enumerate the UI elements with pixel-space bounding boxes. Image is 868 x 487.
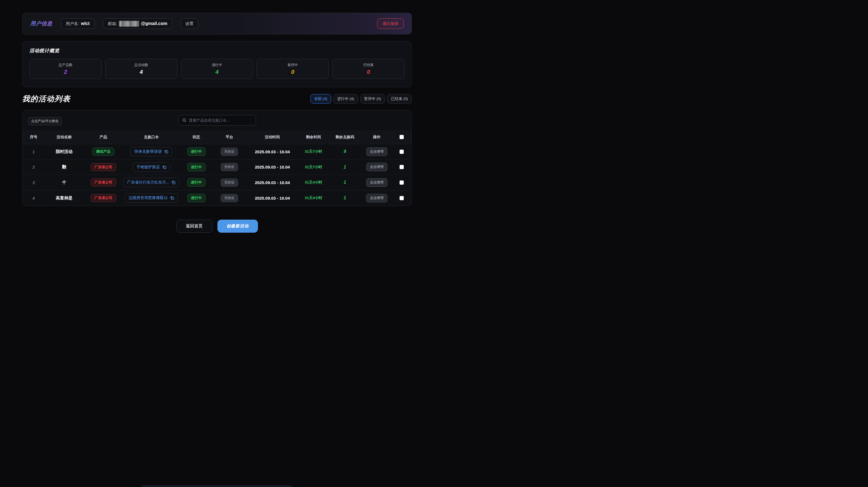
redeem-code-chip[interactable]: 快来兑换呀@@: [130, 147, 172, 156]
copy-icon[interactable]: [172, 180, 176, 184]
footer-actions: 返回首页 创建新活动: [22, 220, 412, 233]
stat-value: 2: [64, 69, 67, 75]
stat-label: 总产品数: [59, 63, 72, 67]
tab-all[interactable]: 全部 (4): [310, 94, 331, 103]
copy-icon[interactable]: [164, 150, 168, 154]
username-label: 用户名:: [66, 21, 79, 26]
page-title: 我的活动列表: [22, 94, 70, 104]
create-activity-button[interactable]: 创建新活动: [217, 220, 258, 233]
tab-paused[interactable]: 暂停中 (0): [361, 94, 385, 103]
list-header: 我的活动列表 全部 (4) 进行中 (4) 暂停中 (0) 已结束 (0): [22, 93, 412, 104]
col-actions: 操作: [373, 135, 381, 140]
manage-button[interactable]: 点击管理: [366, 147, 388, 156]
settings-button[interactable]: 设置: [181, 18, 198, 29]
user-info-title: 用户信息: [30, 20, 53, 27]
remaining-codes-count: 1: [344, 195, 346, 201]
copy-icon[interactable]: [162, 165, 166, 169]
product-badge[interactable]: 广东省公司: [91, 194, 116, 202]
redeem-code-text: 干啥饭护肤店: [136, 165, 160, 170]
remaining-time: 31天4小时: [305, 180, 322, 185]
table-row: 2 翻 广东省公司 干啥饭护肤店 进行中 无特定 2025.09.03 - 10…: [23, 160, 411, 175]
stat-card-paused: 暂停中 0: [256, 59, 329, 79]
activity-name: 个: [62, 180, 66, 185]
remaining-time: 31天7小时: [305, 165, 322, 170]
stat-label: 进行中: [212, 63, 222, 67]
stat-value: 0: [367, 69, 370, 75]
stat-card-total-products: 总产品数 2: [29, 59, 102, 79]
manage-button[interactable]: 点击管理: [366, 194, 388, 203]
user-info-bar: 用户信息 用户名: wlct 邮箱: @gmail.com 设置 退出登录: [22, 13, 412, 34]
table-row: 3 个 广东省公司 广东省分行东方红东方... 进行中 无特定 2025.09.…: [23, 175, 411, 190]
activity-name: 高富帅是: [56, 195, 72, 201]
table-controls: 点击产品/平台聚焦: [23, 110, 411, 130]
email-domain: @gmail.com: [141, 21, 167, 26]
username-value: wlct: [81, 21, 90, 26]
product-badge[interactable]: 广东省公司: [91, 163, 116, 171]
table-header-row: 序号 活动名称 产品 兑换口令 状态 平台 活动时间 剩余时间 剩余兑换码 操作: [23, 130, 411, 144]
remaining-time: 31天7小时: [305, 149, 322, 154]
email-redacted-block: [119, 21, 139, 27]
col-activity-time: 活动时间: [265, 135, 280, 140]
activity-name: 翻: [62, 164, 66, 170]
remaining-codes-count: 1: [344, 165, 346, 170]
col-redeem-code: 兑换口令: [144, 135, 159, 140]
remaining-codes-count: 9: [344, 149, 346, 154]
stat-value: 0: [291, 69, 294, 75]
search-input[interactable]: [189, 118, 252, 122]
stat-value: 4: [140, 69, 143, 75]
select-all-checkbox[interactable]: [400, 135, 404, 139]
redeem-code-chip[interactable]: 法国房管局焚膏继晷11: [125, 193, 178, 203]
back-home-button[interactable]: 返回首页: [176, 220, 212, 233]
redeem-code-chip[interactable]: 广东省分行东方红东方...: [123, 178, 180, 187]
stat-value: 4: [215, 69, 219, 75]
row-index: 1: [32, 149, 35, 154]
stats-row: 总产品数 2 总活动数 4 进行中 4 暂停中 0 已结束 0: [29, 59, 405, 79]
redeem-code-chip[interactable]: 干啥饭护肤店: [133, 162, 170, 172]
platform-badge[interactable]: 无特定: [221, 148, 238, 156]
status-badge: 进行中: [187, 178, 206, 187]
row-checkbox[interactable]: [400, 196, 404, 200]
platform-badge[interactable]: 无特定: [221, 163, 238, 171]
stat-label: 总活动数: [134, 63, 148, 67]
col-index: 序号: [30, 135, 37, 140]
stats-panel: 活动统计概览 总产品数 2 总活动数 4 进行中 4 暂停中 0 已结束 0: [22, 41, 412, 87]
platform-badge[interactable]: 无特定: [221, 179, 238, 187]
activity-period: 2025.09.03 - 10.04: [255, 165, 290, 170]
row-index: 3: [32, 180, 35, 185]
search-box[interactable]: [178, 115, 256, 125]
stat-label: 暂停中: [288, 63, 298, 67]
product-badge[interactable]: 广东省公司: [91, 179, 116, 186]
platform-badge[interactable]: 无特定: [221, 194, 238, 202]
redeem-code-text: 法国房管局焚膏继晷11: [129, 195, 168, 201]
row-index: 4: [32, 196, 35, 201]
col-remaining-codes: 剩余兑换码: [335, 135, 354, 140]
stat-card-in-progress: 进行中 4: [181, 59, 253, 79]
stats-title: 活动统计概览: [29, 48, 405, 54]
row-checkbox[interactable]: [400, 165, 404, 169]
row-checkbox[interactable]: [400, 150, 404, 154]
tab-ended[interactable]: 已结束 (0): [387, 94, 412, 103]
logout-button[interactable]: 退出登录: [377, 18, 404, 29]
col-remaining-time: 剩余时间: [306, 135, 321, 140]
col-status: 状态: [193, 135, 200, 140]
status-badge: 进行中: [187, 194, 206, 202]
stat-card-ended: 已结束 0: [332, 59, 405, 79]
status-badge: 进行中: [187, 147, 206, 156]
row-checkbox[interactable]: [400, 180, 404, 185]
focus-filter-button[interactable]: 点击产品/平台聚焦: [28, 117, 62, 125]
table-row: 1 限时活动 测试产品 快来兑换呀@@ 进行中 无特定 2025.09.03 -…: [23, 144, 411, 160]
table-row: 4 高富帅是 广东省公司 法国房管局焚膏继晷11 进行中 无特定 2025.09…: [23, 190, 411, 206]
email-label: 邮箱:: [108, 21, 117, 26]
manage-button[interactable]: 点击管理: [366, 163, 388, 171]
search-icon: [182, 118, 187, 122]
manage-button[interactable]: 点击管理: [366, 178, 388, 187]
copy-icon[interactable]: [170, 196, 174, 200]
activity-period: 2025.09.03 - 10.04: [255, 180, 290, 185]
row-index: 2: [32, 165, 35, 170]
tab-in-progress[interactable]: 进行中 (4): [334, 94, 358, 103]
col-activity-name: 活动名称: [57, 135, 72, 140]
filter-tabs: 全部 (4) 进行中 (4) 暂停中 (0) 已结束 (0): [310, 94, 412, 103]
col-platform: 平台: [226, 135, 233, 140]
col-product: 产品: [100, 135, 107, 140]
product-badge[interactable]: 测试产品: [92, 148, 114, 155]
